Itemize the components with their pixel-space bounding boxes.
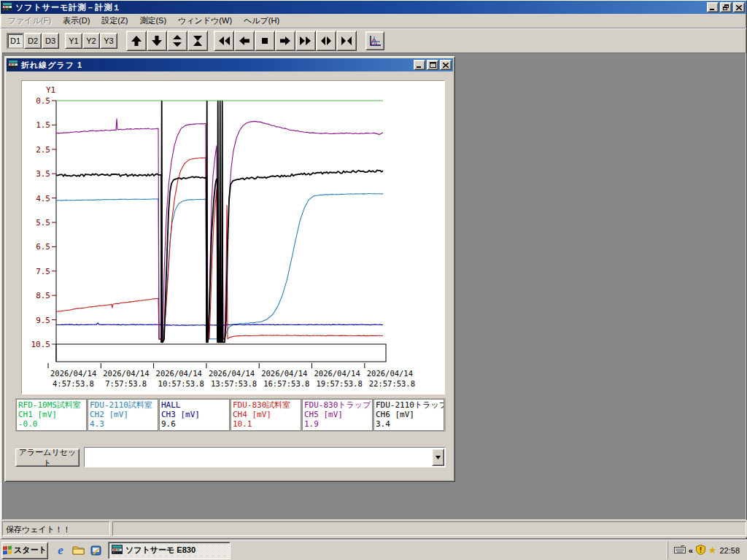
status-message: 保存ウェイト！！ xyxy=(2,521,110,536)
graph-setup-button[interactable] xyxy=(365,31,384,50)
svg-text:2026/04/14: 2026/04/14 xyxy=(103,369,149,378)
keyboard-icon[interactable] xyxy=(674,545,686,555)
channel-value: 1.9 xyxy=(304,419,371,429)
step-left-button[interactable] xyxy=(234,31,255,51)
svg-text:22:57:53.8: 22:57:53.8 xyxy=(369,379,415,388)
rewind-button[interactable] xyxy=(214,31,234,51)
expand-horizontal-button[interactable] xyxy=(316,31,336,51)
menu-help[interactable]: ヘルプ(H) xyxy=(238,13,285,28)
minimize-button[interactable] xyxy=(707,2,719,12)
chevron-down-icon xyxy=(436,456,441,459)
status-panel-empty xyxy=(112,521,746,536)
app-icon xyxy=(112,545,123,556)
menu-file[interactable]: ファイル(F) xyxy=(2,13,57,28)
pan-down-icon xyxy=(151,35,163,47)
folders-icon[interactable] xyxy=(71,544,85,557)
step-right-button[interactable] xyxy=(275,31,295,51)
star-icon[interactable]: ★ xyxy=(708,545,717,556)
taskbar: スタート e ソフトサーモ E830 « ★ 22:58 xyxy=(0,540,747,560)
svg-text:2026/04/14: 2026/04/14 xyxy=(50,369,96,378)
stop-button[interactable] xyxy=(255,31,275,51)
d2-button[interactable]: D2 xyxy=(24,33,42,49)
svg-text:4:57:53.8: 4:57:53.8 xyxy=(53,379,94,388)
svg-text:16:57:53.8: 16:57:53.8 xyxy=(263,379,309,388)
menu-bar: ファイル(F) 表示(D) 設定(Z) 測定(S) ウィンドウ(W) ヘルプ(H… xyxy=(1,14,746,28)
pan-down-button[interactable] xyxy=(147,31,167,51)
svg-text:0.5: 0.5 xyxy=(36,96,50,106)
taskbar-app-button[interactable]: ソフトサーモ E830 xyxy=(108,542,231,559)
d1-button[interactable]: D1 xyxy=(7,33,24,49)
expand-horizontal-icon xyxy=(320,35,332,47)
channel-title: FDU-2110トラップ xyxy=(376,400,442,410)
graph-close-button[interactable] xyxy=(440,60,452,70)
combobox-dropdown-button[interactable] xyxy=(432,448,444,466)
show-desktop-icon[interactable] xyxy=(89,544,102,557)
svg-text:10.5: 10.5 xyxy=(31,340,51,349)
ie-icon[interactable]: e xyxy=(54,544,67,557)
graph-window-titlebar: 折れ線グラフ 1 xyxy=(7,58,453,71)
svg-text:7.5: 7.5 xyxy=(36,267,50,276)
start-button[interactable]: スタート xyxy=(1,542,48,559)
svg-text:3.5: 3.5 xyxy=(36,169,50,179)
tray-expand-chevrons[interactable]: « xyxy=(689,546,693,555)
channel-value: 3.4 xyxy=(376,419,442,429)
graph-window-icon xyxy=(8,60,18,70)
step-left-icon xyxy=(239,35,250,47)
taskbar-app-label: ソフトサーモ E830 xyxy=(125,545,196,556)
security-shield-icon[interactable] xyxy=(696,545,705,556)
legend-cell-ch1: RFD-10MS試料室 CH1 [mV] -0.0 xyxy=(16,399,87,431)
stop-icon xyxy=(259,35,271,47)
svg-text:13:57:53.8: 13:57:53.8 xyxy=(211,379,257,388)
alarm-combobox[interactable] xyxy=(84,447,446,467)
y2-button[interactable]: Y2 xyxy=(82,33,100,49)
channel-value: -0.0 xyxy=(18,419,85,429)
compress-horizontal-icon xyxy=(341,35,352,47)
svg-text:1.5: 1.5 xyxy=(36,120,50,130)
channel-title: FDU-830トラップ xyxy=(304,400,371,410)
channel-value: 4.3 xyxy=(90,419,156,429)
svg-text:9.5: 9.5 xyxy=(36,316,50,325)
graph-window-title: 折れ線グラフ 1 xyxy=(21,60,412,71)
menu-view[interactable]: 表示(D) xyxy=(57,13,96,28)
pan-up-button[interactable] xyxy=(126,31,147,51)
channel-title: FDU-2110試料室 xyxy=(90,400,156,410)
toolbar: D1 D2 D3 Y1 Y2 Y3 xyxy=(1,28,746,52)
graph-minimize-button[interactable] xyxy=(414,60,425,70)
legend-cell-ch4: FDU-830試料室 CH4 [mV] 10.1 xyxy=(231,399,301,431)
compress-vertical-button[interactable] xyxy=(187,31,208,51)
graph-window: 折れ線グラフ 1 Y10.51.52.53.54.55.56.57.58.59.… xyxy=(4,56,455,482)
alarm-combobox-value[interactable] xyxy=(85,448,431,467)
close-button[interactable] xyxy=(733,2,745,12)
alarm-reset-button[interactable]: アラームリセット xyxy=(15,448,80,467)
legend-cell-ch3: HALL CH3 [mV] 9.6 xyxy=(159,399,230,431)
step-right-icon xyxy=(279,35,291,47)
main-window: ソフトサーモ計測－計測１ ファイル(F) 表示(D) 設定(Z) 測定(S) ウ… xyxy=(0,0,747,540)
svg-text:2026/04/14: 2026/04/14 xyxy=(156,369,202,378)
windows-logo-icon xyxy=(3,546,12,555)
graph-maximize-button[interactable] xyxy=(427,60,438,70)
y3-button[interactable]: Y3 xyxy=(100,33,117,49)
expand-vertical-button[interactable] xyxy=(167,31,187,51)
rewind-icon xyxy=(218,35,230,47)
svg-text:5.5: 5.5 xyxy=(36,218,50,228)
y1-button[interactable]: Y1 xyxy=(65,33,82,49)
menu-window[interactable]: ウィンドウ(W) xyxy=(172,13,238,28)
svg-text:2.5: 2.5 xyxy=(36,145,50,155)
restore-button[interactable] xyxy=(720,2,732,12)
svg-text:Y1: Y1 xyxy=(46,85,55,95)
pan-up-icon xyxy=(131,35,142,47)
channel-value: 10.1 xyxy=(233,419,299,429)
svg-text:2026/04/14: 2026/04/14 xyxy=(367,369,413,378)
d3-button[interactable]: D3 xyxy=(42,33,59,49)
channel-unit: CH3 [mV] xyxy=(161,410,228,419)
legend-cell-ch5: FDU-830トラップ CH5 [mV] 1.9 xyxy=(302,399,373,431)
compress-horizontal-button[interactable] xyxy=(336,31,357,51)
line-chart: Y10.51.52.53.54.55.56.57.58.59.510.52026… xyxy=(22,81,444,394)
menu-measure[interactable]: 測定(S) xyxy=(133,13,172,28)
channel-title: HALL xyxy=(161,400,228,410)
svg-text:2026/04/14: 2026/04/14 xyxy=(314,369,360,378)
forward-button[interactable] xyxy=(295,31,316,51)
main-titlebar: ソフトサーモ計測－計測１ xyxy=(1,1,746,14)
alarm-row: アラームリセット xyxy=(15,446,446,468)
menu-settings[interactable]: 設定(Z) xyxy=(96,13,133,28)
